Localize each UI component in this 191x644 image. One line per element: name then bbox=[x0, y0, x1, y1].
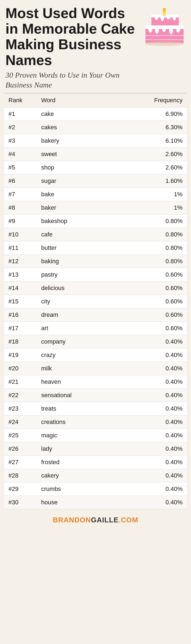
cell-rank: #12 bbox=[4, 254, 37, 268]
table-row: #25magic0.40% bbox=[4, 429, 187, 442]
cell-rank: #4 bbox=[4, 147, 37, 161]
cell-frequency: 0.40% bbox=[114, 348, 187, 362]
cell-word: baker bbox=[37, 201, 114, 214]
cell-word: cakery bbox=[37, 469, 114, 482]
cell-word: creations bbox=[37, 415, 114, 429]
cell-frequency: 0.40% bbox=[114, 455, 187, 469]
cell-frequency: 0.60% bbox=[114, 321, 187, 335]
svg-point-18 bbox=[145, 42, 184, 46]
table-row: #17art0.60% bbox=[4, 321, 187, 335]
table-row: #14delicious0.60% bbox=[4, 281, 187, 295]
cake-icon bbox=[140, 8, 184, 51]
table-row: #29crumbs0.40% bbox=[4, 482, 187, 496]
cell-rank: #6 bbox=[4, 174, 37, 188]
cell-word: bake bbox=[37, 188, 114, 201]
svg-point-10 bbox=[162, 27, 166, 32]
title-block: Most Used Words in Memorable Cake Making… bbox=[5, 5, 138, 90]
table-section: Rank Word Frequency #1cake6.90%#2cakes6.… bbox=[0, 93, 191, 512]
cell-word: frosted bbox=[37, 455, 114, 469]
svg-point-8 bbox=[148, 27, 152, 33]
footer-gaille: GAILLE bbox=[91, 516, 118, 524]
table-row: #10cafe0.80% bbox=[4, 228, 187, 241]
cell-rank: #27 bbox=[4, 455, 37, 469]
cell-frequency: 0.60% bbox=[114, 308, 187, 321]
cell-frequency: 6.10% bbox=[114, 134, 187, 147]
cell-word: milk bbox=[37, 362, 114, 375]
footer-brandon: BRANDON bbox=[53, 516, 91, 524]
cell-frequency: 0.40% bbox=[114, 415, 187, 429]
cell-word: heaven bbox=[37, 375, 114, 388]
cell-word: treats bbox=[37, 402, 114, 415]
cell-frequency: 0.40% bbox=[114, 429, 187, 442]
cell-rank: #16 bbox=[4, 308, 37, 321]
cell-frequency: 2.60% bbox=[114, 161, 187, 174]
cell-rank: #8 bbox=[4, 201, 37, 214]
svg-point-5 bbox=[173, 15, 176, 21]
cell-frequency: 0.80% bbox=[114, 254, 187, 268]
cell-frequency: 0.40% bbox=[114, 375, 187, 388]
table-row: #26lady0.40% bbox=[4, 442, 187, 455]
cell-rank: #5 bbox=[4, 161, 37, 174]
svg-point-12 bbox=[176, 27, 180, 33]
svg-point-2 bbox=[155, 15, 158, 20]
cell-rank: #2 bbox=[4, 121, 37, 134]
cell-frequency: 0.80% bbox=[114, 228, 187, 241]
table-row: #4sweet2.60% bbox=[4, 147, 187, 161]
table-row: #27frosted0.40% bbox=[4, 455, 187, 469]
table-row: #8baker1% bbox=[4, 201, 187, 214]
cell-rank: #30 bbox=[4, 496, 37, 509]
cell-word: crazy bbox=[37, 348, 114, 362]
cell-rank: #23 bbox=[4, 402, 37, 415]
cell-rank: #21 bbox=[4, 375, 37, 388]
col-rank: Rank bbox=[4, 93, 37, 107]
svg-point-11 bbox=[169, 27, 173, 34]
cell-rank: #1 bbox=[4, 107, 37, 121]
cell-frequency: 6.90% bbox=[114, 107, 187, 121]
cell-frequency: 0.40% bbox=[114, 335, 187, 348]
cell-rank: #11 bbox=[4, 241, 37, 254]
table-header-row: Rank Word Frequency bbox=[4, 93, 187, 107]
svg-point-17 bbox=[163, 9, 165, 11]
svg-point-4 bbox=[167, 15, 170, 19]
cell-word: art bbox=[37, 321, 114, 335]
cell-frequency: 0.40% bbox=[114, 442, 187, 455]
table-row: #15city0.60% bbox=[4, 295, 187, 308]
table-row: #11butter0.80% bbox=[4, 241, 187, 254]
table-row: #20milk0.40% bbox=[4, 362, 187, 375]
header-section: Most Used Words in Memorable Cake Making… bbox=[0, 0, 191, 93]
cell-rank: #13 bbox=[4, 268, 37, 281]
table-row: #13pastry0.60% bbox=[4, 268, 187, 281]
footer-com: .COM bbox=[119, 516, 138, 524]
cell-word: bakery bbox=[37, 134, 114, 147]
col-word: Word bbox=[37, 93, 114, 107]
cell-rank: #19 bbox=[4, 348, 37, 362]
cell-frequency: 0.40% bbox=[114, 469, 187, 482]
cell-word: cake bbox=[37, 107, 114, 121]
cell-word: sensational bbox=[37, 388, 114, 402]
table-row: #3bakery6.10% bbox=[4, 134, 187, 147]
table-row: #5shop2.60% bbox=[4, 161, 187, 174]
cell-word: pastry bbox=[37, 268, 114, 281]
cell-rank: #3 bbox=[4, 134, 37, 147]
cell-word: sugar bbox=[37, 174, 114, 188]
cell-frequency: 1% bbox=[114, 188, 187, 201]
table-row: #30house0.40% bbox=[4, 496, 187, 509]
cell-word: delicious bbox=[37, 281, 114, 295]
table-row: #23treats0.40% bbox=[4, 402, 187, 415]
page-wrapper: Most Used Words in Memorable Cake Making… bbox=[0, 0, 191, 528]
cell-rank: #28 bbox=[4, 469, 37, 482]
cell-frequency: 0.40% bbox=[114, 482, 187, 496]
cell-rank: #22 bbox=[4, 388, 37, 402]
cell-rank: #29 bbox=[4, 482, 37, 496]
table-row: #28cakery0.40% bbox=[4, 469, 187, 482]
table-row: #21heaven0.40% bbox=[4, 375, 187, 388]
cell-rank: #26 bbox=[4, 442, 37, 455]
cell-frequency: 0.40% bbox=[114, 362, 187, 375]
cell-frequency: 2.60% bbox=[114, 147, 187, 161]
cell-frequency: 0.60% bbox=[114, 281, 187, 295]
cell-frequency: 0.60% bbox=[114, 268, 187, 281]
cell-word: cafe bbox=[37, 228, 114, 241]
svg-point-9 bbox=[155, 27, 159, 34]
svg-point-3 bbox=[161, 15, 164, 21]
cell-rank: #10 bbox=[4, 228, 37, 241]
